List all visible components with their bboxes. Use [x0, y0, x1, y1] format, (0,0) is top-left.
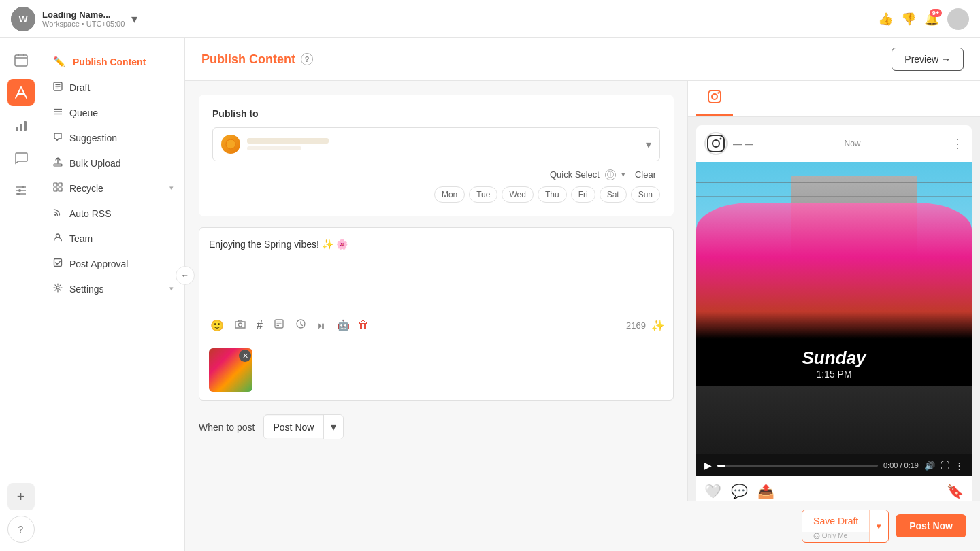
svg-text:W: W — [18, 14, 28, 24]
content-area: Publish Content ? Preview → Publish to — [185, 38, 980, 551]
video-play-button[interactable]: ▶ — [704, 460, 712, 471]
save-draft-button[interactable]: Save Draft — [802, 510, 869, 532]
nav-item-recycle[interactable]: Recycle ▾ — [42, 176, 184, 201]
nav-item-queue[interactable]: Queue — [42, 100, 184, 125]
video-volume-icon[interactable]: 🔊 — [924, 461, 935, 471]
ig-bookmark-icon[interactable]: 🔖 — [947, 483, 964, 499]
save-draft-dropdown-button[interactable]: ▾ — [869, 510, 888, 542]
body-split: Publish to ▾ — [185, 81, 980, 501]
nav-item-suggestion[interactable]: Suggestion — [42, 125, 184, 150]
like-button[interactable]: 👍 — [878, 12, 893, 27]
left-nav: ✏️ Publish Content Draft Queue Suggestio… — [42, 38, 185, 551]
nav-label-publish-content: Publish Content — [73, 56, 146, 67]
dislike-button[interactable]: 👎 — [901, 12, 916, 27]
preview-tab-instagram[interactable] — [696, 81, 733, 116]
sidebar: + ? — [0, 38, 42, 551]
sidebar-collapse-button[interactable]: ← — [176, 266, 185, 285]
magic-icon[interactable]: ✨ — [651, 319, 665, 332]
editor-area: Enjoying the Spring vibes! ✨ 🌸 🙂 # — [199, 227, 674, 401]
auto-rss-icon — [53, 207, 63, 219]
camera-icon[interactable] — [232, 316, 248, 335]
svg-point-43 — [720, 138, 722, 140]
video-time-bar[interactable] — [717, 465, 878, 467]
ig-username: — — — [733, 139, 753, 149]
recycle-icon — [53, 182, 63, 194]
when-to-post-chevron-icon[interactable]: ▾ — [323, 415, 343, 439]
nav-item-bulk-upload[interactable]: Bulk Upload — [42, 150, 184, 176]
editor-content[interactable]: Enjoying the Spring vibes! ✨ 🌸 — [199, 228, 673, 310]
workspace-info: Loading Name... Workspace • UTC+05:00 — [42, 10, 125, 28]
notification-bell[interactable]: 🔔 9+ — [924, 12, 939, 27]
help-icon[interactable]: ? — [301, 53, 313, 65]
notes-icon[interactable] — [271, 316, 287, 335]
nav-label-settings: Settings — [69, 284, 104, 295]
queue-icon — [53, 107, 63, 118]
bulk-upload-icon — [53, 157, 63, 169]
sidebar-publish-icon[interactable] — [7, 79, 35, 106]
svg-rect-22 — [54, 164, 62, 166]
nav-item-post-approval[interactable]: Post Approval — [42, 251, 184, 276]
svg-point-40 — [717, 92, 719, 93]
post-now-button[interactable]: Post Now — [896, 514, 966, 537]
quick-select-info-icon[interactable]: ⓘ — [605, 169, 616, 180]
when-to-post-select[interactable]: Post Now ▾ — [263, 414, 344, 439]
nav-item-draft[interactable]: Draft — [42, 75, 184, 100]
sidebar-help-icon[interactable]: ? — [7, 516, 35, 543]
thumbnail-remove-button[interactable]: ✕ — [239, 350, 251, 362]
ig-share-icon[interactable]: 📤 — [757, 483, 774, 499]
settings-expand: Settings ▾ — [69, 284, 174, 295]
sidebar-calendar-icon[interactable] — [7, 46, 35, 73]
sidebar-streams-icon[interactable] — [7, 177, 35, 204]
nav-label-draft: Draft — [69, 82, 90, 93]
svg-point-39 — [712, 94, 717, 99]
video-time-text: 1:15 PM — [696, 369, 972, 380]
sidebar-add-icon[interactable]: + — [7, 483, 35, 510]
sidebar-messages-icon[interactable] — [7, 144, 35, 171]
preview-button[interactable]: Preview → — [892, 48, 964, 71]
day-chip-fri[interactable]: Fri — [571, 186, 595, 203]
nav-item-team[interactable]: Team — [42, 226, 184, 251]
sidebar-analytics-icon[interactable] — [7, 112, 35, 139]
ig-action-left: 🤍 💬 📤 — [704, 483, 774, 499]
day-chip-sat[interactable]: Sat — [600, 186, 627, 203]
svg-rect-24 — [59, 183, 62, 186]
user-avatar[interactable] — [947, 8, 969, 30]
workspace-dropdown-button[interactable]: ▾ — [131, 12, 137, 27]
robot-icon[interactable]: 🤖 — [334, 316, 353, 334]
play-pause-icon[interactable]: ⏯ — [314, 318, 329, 333]
ig-actions: 🤍 💬 📤 🔖 — [696, 476, 972, 501]
nav-item-auto-rss[interactable]: Auto RSS — [42, 201, 184, 226]
day-chip-tue[interactable]: Tue — [469, 186, 497, 203]
ig-video-area: Sunday 1:15 PM ▶ 0:00 / 0:19 — [696, 162, 972, 476]
recycle-expand: Recycle ▾ — [69, 183, 174, 194]
video-fullscreen-icon[interactable]: ⛶ — [941, 461, 949, 471]
publish-to-select[interactable]: ▾ — [212, 127, 660, 161]
nav-item-publish-content[interactable]: ✏️ Publish Content — [42, 49, 184, 75]
clear-button[interactable]: Clear — [631, 168, 660, 181]
day-chip-sun[interactable]: Sun — [631, 186, 660, 203]
ig-comment-icon[interactable]: 💬 — [731, 483, 748, 499]
when-to-post-row: When to post Post Now ▾ — [199, 412, 674, 442]
quick-select-chevron-icon[interactable]: ▾ — [621, 170, 625, 179]
select-box-left — [221, 135, 329, 154]
hashtag-icon[interactable]: # — [254, 316, 265, 334]
video-more-icon[interactable]: ⋮ — [955, 461, 964, 471]
workspace-sub: Workspace • UTC+05:00 — [42, 20, 125, 28]
svg-rect-25 — [54, 188, 57, 191]
suggestion-icon — [53, 132, 63, 144]
content-title-area: Publish Content ? — [201, 52, 313, 67]
day-chip-mon[interactable]: Mon — [434, 186, 465, 203]
clock-icon[interactable] — [293, 316, 309, 335]
image-thumbnail[interactable]: ✕ — [209, 348, 252, 392]
notification-count: 9+ — [930, 9, 942, 17]
team-icon — [53, 233, 63, 244]
ig-more-options-icon[interactable]: ⋮ — [951, 136, 964, 151]
delete-icon[interactable]: 🗑 — [358, 319, 369, 331]
svg-point-42 — [713, 140, 719, 147]
day-chip-thu[interactable]: Thu — [538, 186, 567, 203]
day-chip-wed[interactable]: Wed — [502, 186, 533, 203]
nav-item-settings[interactable]: Settings ▾ — [42, 276, 184, 301]
video-progress — [717, 465, 725, 467]
ig-like-icon[interactable]: 🤍 — [704, 483, 721, 499]
emoji-icon[interactable]: 🙂 — [208, 316, 227, 335]
